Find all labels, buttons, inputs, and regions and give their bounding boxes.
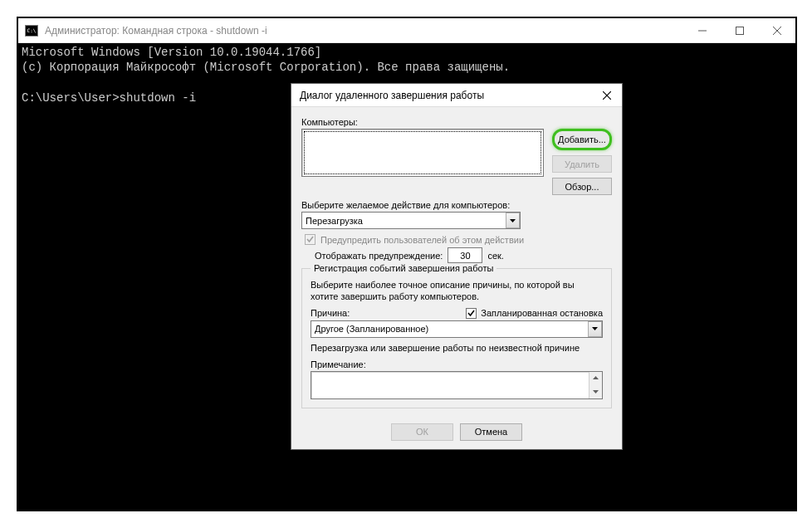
dialog-close-button[interactable]	[597, 87, 617, 104]
fieldset-desc: Выберите наиболее точное описание причин…	[311, 279, 603, 303]
console-prompt: C:\Users\User>shutdown -i	[22, 91, 196, 105]
ok-button[interactable]: ОК	[391, 423, 453, 441]
svg-marker-7	[592, 327, 598, 330]
reason-select[interactable]: Другое (Запланированное)	[311, 320, 603, 338]
console-line: (c) Корпорация Майкрософт (Microsoft Cor…	[22, 61, 510, 74]
fieldset-legend: Регистрация событий завершения работы	[311, 263, 496, 273]
event-fieldset: Регистрация событий завершения работы Вы…	[301, 268, 612, 408]
scroll-down-icon[interactable]	[589, 386, 602, 398]
computers-listbox[interactable]	[301, 129, 544, 177]
window-title: Администратор: Командная строка - shutdo…	[45, 25, 683, 37]
warn-unit: сек.	[487, 251, 504, 261]
close-button[interactable]	[758, 18, 795, 42]
dialog-buttons: ОК Отмена	[291, 417, 622, 449]
dropdown-arrow-icon	[588, 321, 602, 337]
cmd-icon	[25, 25, 38, 37]
svg-marker-6	[510, 219, 516, 222]
svg-marker-8	[593, 376, 599, 379]
note-label: Примечание:	[311, 359, 603, 369]
scroll-up-icon[interactable]	[589, 372, 602, 384]
warn-checkbox	[305, 234, 316, 245]
warn-duration-label: Отображать предупреждение:	[315, 251, 443, 261]
dialog-titlebar: Диалог удаленного завершения работы	[291, 84, 622, 107]
warn-check-label: Предупредить пользователей об этом дейст…	[320, 235, 524, 245]
remove-button[interactable]: Удалить	[552, 155, 612, 173]
window-controls	[683, 18, 795, 42]
action-select[interactable]: Перезагрузка	[301, 212, 521, 229]
reason-desc: Перезагрузка или завершение работы по не…	[311, 343, 603, 353]
svg-marker-9	[593, 390, 599, 393]
console-line: Microsoft Windows [Version 10.0.19044.17…	[22, 46, 321, 59]
reason-value: Другое (Запланированное)	[315, 324, 428, 334]
reason-label: Причина:	[311, 308, 350, 318]
planned-label: Запланированная остановка	[481, 308, 603, 318]
dropdown-arrow-icon	[506, 213, 520, 228]
minimize-button[interactable]	[683, 18, 721, 42]
browse-button[interactable]: Обзор...	[552, 178, 612, 195]
note-textarea[interactable]	[311, 371, 603, 399]
planned-checkbox[interactable]	[466, 308, 477, 319]
computers-label: Компьютеры:	[301, 117, 612, 127]
dialog-body: Компьютеры: Добавить... Удалить Обзор...…	[291, 107, 622, 417]
action-label: Выберите желаемое действие для компьютер…	[301, 200, 612, 210]
svg-rect-1	[736, 27, 743, 34]
maximize-button[interactable]	[721, 18, 758, 42]
add-button[interactable]: Добавить...	[552, 129, 612, 150]
action-value: Перезагрузка	[306, 216, 363, 226]
scrollbar[interactable]	[589, 372, 602, 398]
titlebar: Администратор: Командная строка - shutdo…	[18, 18, 795, 43]
warn-duration-input[interactable]	[448, 247, 482, 263]
shutdown-dialog: Диалог удаленного завершения работы Комп…	[291, 83, 623, 450]
cancel-button[interactable]: Отмена	[460, 423, 522, 441]
dialog-title: Диалог удаленного завершения работы	[300, 90, 597, 101]
